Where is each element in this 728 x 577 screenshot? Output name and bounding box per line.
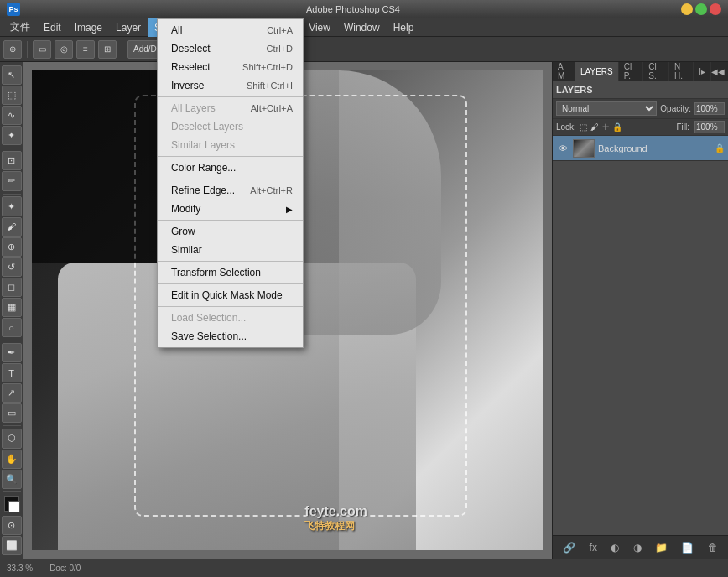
panel-tab-cl-s[interactable]: Cl S. <box>643 62 669 81</box>
foreground-color[interactable] <box>4 496 19 512</box>
close-button[interactable] <box>710 3 721 15</box>
menu-view[interactable]: View <box>302 18 337 37</box>
tool-quick-mask[interactable]: ⊙ <box>2 516 22 535</box>
selection-rect[interactable]: ▭ <box>33 40 51 59</box>
menu-inverse[interactable]: Inverse Shift+Ctrl+I <box>158 76 303 95</box>
fill-input[interactable] <box>694 121 725 133</box>
new-fill-btn[interactable]: ◑ <box>633 542 642 554</box>
menu-help[interactable]: Help <box>387 18 421 37</box>
lock-all-icon[interactable]: 🔒 <box>612 122 622 132</box>
tool-marquee[interactable]: ⬚ <box>2 86 22 105</box>
menu-inverse-shortcut: Shift+Ctrl+I <box>247 81 293 91</box>
menu-similar[interactable]: Similar <box>158 241 303 259</box>
zoom-level: 33.3 % <box>7 564 33 573</box>
tool-hand[interactable]: ✋ <box>2 450 22 469</box>
status-bar: 33.3 % Doc: 0/0 <box>0 559 728 577</box>
blend-mode-select[interactable]: Normal <box>556 101 657 116</box>
menu-color-range[interactable]: Color Range... <box>158 159 303 177</box>
menu-all[interactable]: All Ctrl+A <box>158 21 303 39</box>
lock-transparent-icon[interactable]: ⬚ <box>580 122 587 132</box>
tool-spot-heal[interactable]: ✦ <box>2 196 22 216</box>
menu-edit-quick-mask[interactable]: Edit in Quick Mask Mode <box>158 286 303 304</box>
menu-reselect[interactable]: Reselect Shift+Ctrl+D <box>158 58 303 76</box>
tool-option-1[interactable]: ⊕ <box>3 40 22 59</box>
layers-title: LAYERS <box>556 85 593 95</box>
tool-stamp[interactable]: ⊕ <box>2 237 22 257</box>
tool-sep-4 <box>3 425 21 426</box>
tool-magic-wand[interactable]: ✦ <box>2 126 22 145</box>
tool-crop[interactable]: ⊡ <box>2 151 22 170</box>
selection-opt3[interactable]: ≡ <box>76 40 95 59</box>
tool-text[interactable]: T <box>2 363 22 382</box>
tool-zoom[interactable]: 🔍 <box>2 470 22 489</box>
tool-history[interactable]: ↺ <box>2 257 22 277</box>
layer-visibility-icon[interactable]: 👁 <box>556 142 569 155</box>
menu-window[interactable]: Window <box>337 18 387 37</box>
panel-tab-layers[interactable]: LAYERS <box>575 62 619 81</box>
selection-circle[interactable]: ◎ <box>55 40 73 59</box>
panel-tab-n-h[interactable]: N H. <box>669 62 694 81</box>
menu-file[interactable]: 文件 <box>3 18 37 37</box>
panel-collapse-icon[interactable]: ◀◀ <box>711 67 725 76</box>
menu-transform-selection[interactable]: Transform Selection <box>158 263 303 282</box>
menu-edit[interactable]: Edit <box>37 18 68 37</box>
new-group-btn[interactable]: 📁 <box>655 542 668 554</box>
panel-icons: ◀◀ <box>711 67 728 76</box>
selection-opt4[interactable]: ⊞ <box>98 40 117 59</box>
tool-eyedropper[interactable]: ✏ <box>2 171 22 190</box>
add-mask-btn[interactable]: ◐ <box>611 542 619 554</box>
menu-similar-label: Similar <box>171 244 202 256</box>
tool-eraser[interactable]: ◻ <box>2 278 22 297</box>
menu-section-5: Grow Similar <box>158 221 303 262</box>
menu-refine-edge[interactable]: Refine Edge... Alt+Ctrl+R <box>158 181 303 200</box>
tool-gradient[interactable]: ▦ <box>2 298 22 317</box>
lock-position-icon[interactable]: ✛ <box>602 122 609 132</box>
background-color[interactable] <box>8 501 20 512</box>
menu-all-label: All <box>171 24 182 36</box>
tool-lasso[interactable]: ∿ <box>2 106 22 125</box>
tool-path[interactable]: ↗ <box>2 383 22 403</box>
menu-edit-quick-mask-label: Edit in Quick Mask Mode <box>171 289 283 301</box>
menu-all-layers: All Layers Alt+Ctrl+A <box>158 99 303 117</box>
tool-move[interactable]: ↖ <box>2 65 22 85</box>
panel-bottom: 🔗 fx ◐ ◑ 📁 📄 🗑 <box>553 535 728 559</box>
menu-deselect-layers-label: Deselect Layers <box>171 121 243 133</box>
menu-similar-layers: Similar Layers <box>158 136 303 154</box>
layer-item-background[interactable]: 👁 Background 🔒 <box>553 136 728 161</box>
options-bar: ⊕ ▭ ◎ ≡ ⊞ Add/Delete □ □ □ □ □ <box>0 37 728 62</box>
main-layout: ↖ ⬚ ∿ ✦ ⊡ ✏ ✦ 🖌 ⊕ ↺ ◻ ▦ ○ ✒ T ↗ ▭ ⬡ ✋ 🔍 … <box>0 62 728 559</box>
tool-shape[interactable]: ▭ <box>2 403 22 423</box>
panel-tab-cl-p[interactable]: Cl P. <box>619 62 644 81</box>
tool-pen[interactable]: ✒ <box>2 343 22 362</box>
tool-sep-1 <box>3 148 21 148</box>
lock-image-icon[interactable]: 🖌 <box>590 122 599 132</box>
tool-3d[interactable]: ⬡ <box>2 429 22 448</box>
lock-row: Lock: ⬚ 🖌 ✛ 🔒 Fill: <box>553 119 728 136</box>
opacity-input[interactable] <box>694 102 725 115</box>
menu-modify[interactable]: Modify ▶ <box>158 200 303 218</box>
tool-screen-mode[interactable]: ⬜ <box>2 536 22 555</box>
menu-deselect[interactable]: Deselect Ctrl+D <box>158 39 303 58</box>
delete-layer-btn[interactable]: 🗑 <box>708 542 718 554</box>
tool-brush[interactable]: 🖌 <box>2 217 22 237</box>
menu-layer[interactable]: Layer <box>109 18 148 37</box>
link-layers-btn[interactable]: 🔗 <box>563 542 575 554</box>
maximize-button[interactable] <box>695 3 707 15</box>
tool-dodge[interactable]: ○ <box>2 318 22 337</box>
menu-grow[interactable]: Grow <box>158 222 303 241</box>
opacity-row: Opacity: <box>660 102 725 115</box>
menu-image[interactable]: Image <box>68 18 109 37</box>
window-controls <box>681 3 721 15</box>
panel-tab-i[interactable]: I▸ <box>694 62 711 81</box>
menu-inverse-label: Inverse <box>171 80 204 91</box>
panel-tab-am[interactable]: A M <box>553 62 575 81</box>
minimize-button[interactable] <box>681 3 693 15</box>
panel-tabs: A M LAYERS Cl P. Cl S. N H. I▸ ◀◀ <box>553 62 728 81</box>
menu-load-selection: Load Selection... <box>158 309 303 327</box>
select-dropdown-menu: All Ctrl+A Deselect Ctrl+D Reselect Shif… <box>157 18 304 348</box>
menu-all-layers-label: All Layers <box>171 102 216 114</box>
new-layer-btn[interactable]: 📄 <box>681 542 694 554</box>
add-style-btn[interactable]: fx <box>590 542 597 554</box>
menu-load-selection-label: Load Selection... <box>171 312 246 324</box>
menu-save-selection[interactable]: Save Selection... <box>158 327 303 346</box>
